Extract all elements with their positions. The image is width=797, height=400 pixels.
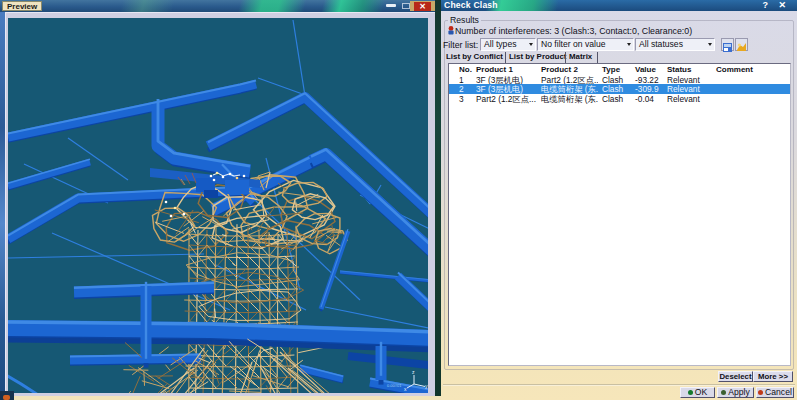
svg-text:0.00#01: 0.00#01 xyxy=(387,383,402,388)
